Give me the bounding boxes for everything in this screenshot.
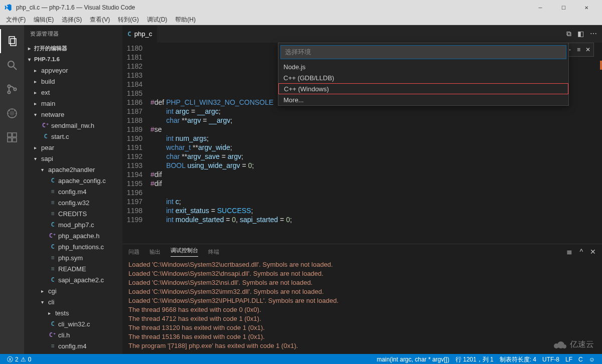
- panel-tab-output[interactable]: 输出: [149, 248, 161, 256]
- svg-point-8: [10, 111, 14, 115]
- file-item[interactable]: ≡config.m4: [24, 186, 122, 197]
- menu-file[interactable]: 文件(F): [2, 16, 30, 24]
- clear-console-icon[interactable]: ≣: [566, 248, 572, 256]
- extensions-icon[interactable]: [0, 125, 24, 149]
- bottom-panel: 问题 输出 调试控制台 终端 ≣ ^ ✕ Loaded 'C:\Windows\…: [122, 244, 602, 354]
- folder-item[interactable]: ▸main: [24, 98, 122, 109]
- svg-rect-11: [8, 138, 12, 142]
- panel-tab-problems[interactable]: 问题: [128, 248, 139, 256]
- vscode-logo-icon: [4, 4, 12, 12]
- file-item[interactable]: C⁺cli.h: [24, 329, 122, 340]
- quickpick-item[interactable]: C++ (GDB/LLDB): [278, 72, 568, 83]
- folder-item[interactable]: ▸pear: [24, 142, 122, 153]
- status-language[interactable]: C: [575, 355, 586, 364]
- split-editor-icon[interactable]: ◧: [577, 30, 584, 38]
- menu-edit[interactable]: 编辑(E): [30, 16, 58, 24]
- status-feedback-icon[interactable]: ☺: [586, 355, 598, 364]
- warning-icon: ⚠: [21, 356, 26, 363]
- search-icon[interactable]: [0, 53, 24, 77]
- watermark: 亿速云: [553, 339, 594, 350]
- file-item[interactable]: ≡config.w32: [24, 197, 122, 208]
- line-numbers: 1180118111821183118411851186118711881189…: [122, 43, 150, 244]
- quickpick-item[interactable]: More...: [278, 94, 568, 105]
- sidebar: 资源管理器 ▸打开的编辑器 ▾PHP-7.1.6 ▸appveyor▸build…: [24, 25, 122, 354]
- minimize-button[interactable]: ─: [529, 0, 552, 15]
- svg-point-4: [8, 85, 11, 88]
- statusbar: ⓧ2 ⚠0 main(int argc, char * argv[]) 行 12…: [0, 354, 602, 364]
- folder-item[interactable]: ▸build: [24, 76, 122, 87]
- scm-icon[interactable]: [0, 77, 24, 101]
- folder-item[interactable]: ▸cgi: [24, 285, 122, 296]
- menu-select[interactable]: 选择(S): [58, 16, 86, 24]
- file-item[interactable]: ≡php.sym: [24, 252, 122, 263]
- panel-tab-debug-console[interactable]: 调试控制台: [171, 247, 198, 257]
- svg-line-3: [14, 67, 17, 70]
- menubar: 文件(F) 编辑(E) 选择(S) 查看(V) 转到(G) 调试(D) 帮助(H…: [0, 15, 602, 25]
- folder-item[interactable]: ▾netware: [24, 109, 122, 120]
- tab-label: php_c: [134, 30, 152, 38]
- debug-icon[interactable]: [0, 101, 24, 125]
- status-line-col[interactable]: 行 1201，列 1: [453, 355, 497, 364]
- file-item[interactable]: ≡config.m4: [24, 340, 122, 351]
- panel-tab-terminal[interactable]: 终端: [208, 248, 219, 256]
- status-encoding[interactable]: UTF-8: [539, 355, 562, 364]
- file-item[interactable]: ≡CREDITS: [24, 208, 122, 219]
- explorer-icon[interactable]: [0, 29, 24, 53]
- menu-goto[interactable]: 转到(G): [114, 16, 142, 24]
- close-button[interactable]: ✕: [575, 0, 598, 15]
- find-close-icon[interactable]: ✕: [585, 46, 590, 53]
- error-icon: ⓧ: [7, 355, 13, 364]
- file-tree[interactable]: ▸打开的编辑器 ▾PHP-7.1.6 ▸appveyor▸build▸ext▸m…: [24, 43, 122, 354]
- svg-point-15: [562, 344, 566, 348]
- open-editors-section[interactable]: ▸打开的编辑器: [24, 43, 122, 54]
- menu-view[interactable]: 查看(V): [86, 16, 114, 24]
- titlebar: php_cli.c — php-7.1.6 — Visual Studio Co…: [0, 0, 602, 15]
- folder-item[interactable]: ▸appveyor: [24, 65, 122, 76]
- folder-item[interactable]: ▸tests: [24, 307, 122, 318]
- file-item[interactable]: Csapi_apache2.c: [24, 274, 122, 285]
- file-item[interactable]: C⁺sendmail_nw.h: [24, 120, 122, 131]
- panel-close-icon[interactable]: ✕: [590, 248, 596, 256]
- svg-point-2: [8, 61, 14, 67]
- folder-item[interactable]: ▸ext: [24, 87, 122, 98]
- tab-php-cli[interactable]: C php_c: [122, 25, 157, 43]
- file-item[interactable]: Cmod_php7.c: [24, 219, 122, 230]
- file-item[interactable]: Cstart.c: [24, 131, 122, 142]
- svg-point-5: [8, 91, 11, 94]
- svg-rect-0: [9, 37, 15, 44]
- svg-rect-10: [13, 133, 17, 137]
- file-item[interactable]: C⁺php_apache.h: [24, 230, 122, 241]
- debug-console-output[interactable]: Loaded 'C:\Windows\System32\ucrtbased.dl…: [122, 259, 602, 354]
- menu-debug[interactable]: 调试(D): [143, 16, 172, 24]
- editor-tabs: C php_c ⧉ ◧ ⋯: [122, 25, 602, 43]
- root-folder[interactable]: ▾PHP-7.1.6: [24, 54, 122, 65]
- status-errors[interactable]: ⓧ2 ⚠0: [4, 355, 34, 364]
- file-item[interactable]: ≡README: [24, 263, 122, 274]
- file-item[interactable]: Capache_config.c: [24, 175, 122, 186]
- file-item[interactable]: Cphp_functions.c: [24, 241, 122, 252]
- status-eol[interactable]: LF: [562, 355, 575, 364]
- panel-maximize-icon[interactable]: ^: [579, 248, 583, 256]
- c-file-icon: C: [127, 30, 131, 38]
- window-title: php_cli.c — php-7.1.6 — Visual Studio Co…: [16, 4, 529, 11]
- maximize-button[interactable]: ☐: [552, 0, 575, 15]
- menu-help[interactable]: 帮助(H): [171, 16, 200, 24]
- folder-item[interactable]: ▾apache2handler: [24, 164, 122, 175]
- quickpick-item[interactable]: Node.js: [278, 61, 568, 72]
- quickpick-input[interactable]: 选择环境: [280, 45, 566, 59]
- quickpick-item[interactable]: C++ (Windows): [278, 83, 568, 94]
- folder-item[interactable]: ▾sapi: [24, 153, 122, 164]
- status-tab-size[interactable]: 制表符长度: 4: [497, 355, 539, 364]
- split-compare-icon[interactable]: ⧉: [566, 30, 571, 38]
- file-item[interactable]: Ccli_win32.c: [24, 318, 122, 329]
- activitybar: [0, 25, 24, 354]
- svg-point-6: [14, 88, 17, 91]
- svg-rect-9: [8, 133, 12, 137]
- overview-ruler-marker: [600, 61, 602, 70]
- folder-item[interactable]: ▾cli: [24, 296, 122, 307]
- sidebar-title: 资源管理器: [24, 25, 122, 43]
- file-item[interactable]: ≡config.w32: [24, 351, 122, 354]
- more-actions-icon[interactable]: ⋯: [590, 30, 597, 38]
- status-context[interactable]: main(int argc, char * argv[]): [374, 355, 453, 364]
- find-selection-icon[interactable]: ≡: [577, 46, 580, 53]
